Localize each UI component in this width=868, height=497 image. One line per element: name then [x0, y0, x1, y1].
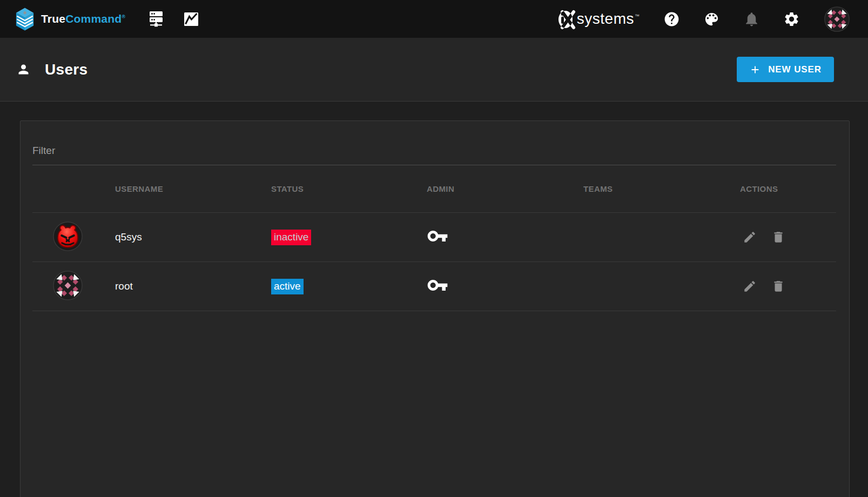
help-icon[interactable]	[662, 9, 682, 29]
users-table: USERNAME STATUS ADMIN TEAMS ACTIONS	[32, 165, 836, 311]
reports-nav-icon[interactable]	[181, 9, 201, 29]
edit-icon	[743, 230, 757, 244]
page-title: Users	[45, 61, 88, 78]
ix-systems-label: systems	[577, 7, 634, 31]
truecommand-logo[interactable]: TrueCommand®	[15, 7, 125, 31]
truecommand-cube-icon	[15, 7, 35, 31]
content-area: USERNAME STATUS ADMIN TEAMS ACTIONS	[0, 102, 868, 497]
filter-field	[32, 145, 836, 165]
topbar-right: systems™	[555, 5, 851, 33]
ix-glyph-icon	[555, 7, 577, 31]
delete-user-button[interactable]	[771, 279, 785, 293]
plus-icon	[749, 64, 761, 76]
username-cell: q5sys	[115, 231, 271, 243]
col-actions: ACTIONS	[740, 184, 836, 193]
col-admin: ADMIN	[427, 184, 583, 193]
settings-icon[interactable]	[782, 9, 802, 29]
status-badge: active	[271, 279, 304, 294]
username-cell: root	[115, 280, 271, 292]
palette-icon[interactable]	[702, 9, 722, 29]
table-header-row: USERNAME STATUS ADMIN TEAMS ACTIONS	[32, 165, 836, 213]
delete-user-button[interactable]	[771, 230, 785, 244]
actions-cell	[740, 230, 836, 244]
ixsystems-logo: systems™	[555, 7, 640, 31]
col-username: USERNAME	[115, 184, 271, 193]
delete-icon	[771, 230, 785, 244]
person-icon	[16, 62, 31, 77]
table-row: q5sys inactive	[32, 213, 836, 262]
key-icon	[427, 274, 448, 296]
actions-cell	[740, 279, 836, 293]
edit-user-button[interactable]	[743, 230, 757, 244]
user-table-body: q5sys inactive	[32, 213, 836, 311]
systems-nav-icon[interactable]	[145, 9, 167, 29]
status-badge: inactive	[271, 230, 311, 245]
col-status: STATUS	[271, 184, 427, 193]
new-user-button-label: NEW USER	[768, 64, 822, 75]
user-avatar[interactable]	[53, 271, 83, 300]
edit-user-button[interactable]	[743, 279, 757, 293]
notifications-icon[interactable]	[742, 9, 762, 29]
edit-icon	[743, 279, 757, 293]
col-teams: TEAMS	[583, 184, 740, 193]
table-row: root active	[32, 262, 836, 311]
users-card: USERNAME STATUS ADMIN TEAMS ACTIONS	[20, 120, 850, 497]
user-avatar	[824, 6, 850, 32]
new-user-button[interactable]: NEW USER	[737, 57, 834, 82]
top-nav	[145, 9, 201, 29]
brand-text: TrueCommand®	[41, 12, 125, 25]
key-icon	[427, 225, 448, 247]
user-menu-button[interactable]	[823, 5, 851, 33]
app-root: TrueCommand®	[0, 0, 868, 497]
page-header: Users NEW USER	[0, 38, 868, 102]
user-avatar[interactable]	[53, 221, 83, 251]
delete-icon	[771, 279, 785, 293]
filter-input[interactable]	[32, 145, 836, 165]
topbar: TrueCommand®	[0, 0, 868, 38]
